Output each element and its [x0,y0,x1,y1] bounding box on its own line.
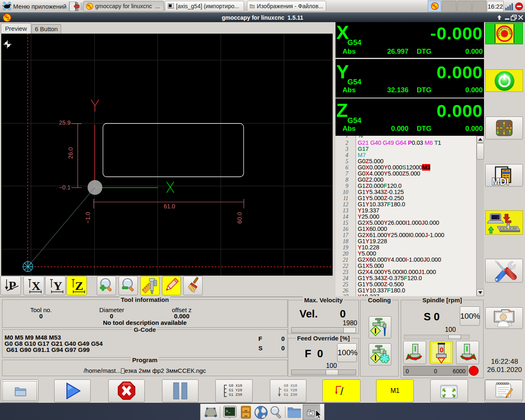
svg-text:26.0: 26.0 [67,147,74,159]
svg-text:>_: >_ [226,409,231,414]
svg-text:25.9: 25.9 [59,119,71,126]
svg-text:MDI: MDI [492,176,509,187]
svg-text:60.0: 60.0 [236,212,243,224]
svg-text:at: at [511,324,512,326]
svg-text:S: S [89,5,92,9]
svg-text:/: / [340,385,344,397]
svg-text:61.0: 61.0 [164,203,175,210]
svg-text:−0.1: −0.1 [59,184,71,191]
svg-text:Y: Y [53,279,62,292]
svg-text:S: S [435,5,437,9]
svg-text:X: X [32,279,41,292]
svg-text:0: 0 [440,346,443,354]
svg-text:−1.0: −1.0 [84,212,91,224]
svg-text:Z: Z [75,279,83,292]
